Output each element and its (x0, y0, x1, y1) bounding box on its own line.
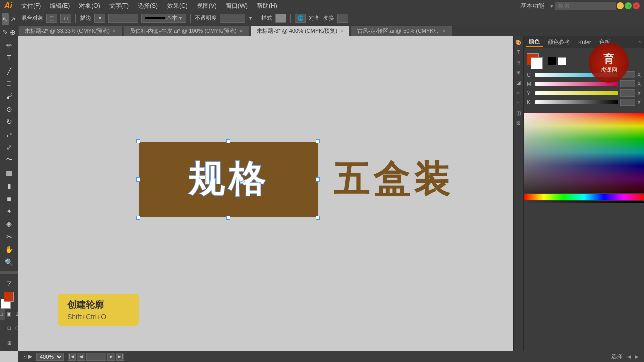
globe-icon[interactable]: 🌐 (295, 14, 306, 23)
bar-chart-tool[interactable]: ▮ (2, 179, 16, 191)
menu-help[interactable]: 帮助(H) (253, 1, 281, 11)
menu-effect[interactable]: 效果(C) (163, 1, 192, 11)
workspace-preset[interactable]: 基本功能 (516, 1, 548, 11)
selection-tool[interactable]: ↖ (2, 13, 9, 25)
graph-tool[interactable]: ▦ (2, 167, 16, 178)
library-icon[interactable]: ◫ (514, 109, 522, 117)
prev-arrow[interactable]: ◄ (626, 353, 632, 360)
panel-tab-color[interactable]: 颜色 (526, 37, 543, 47)
close-button[interactable]: × (633, 2, 640, 9)
gradient-tool[interactable]: ■ (2, 193, 16, 204)
align-icon[interactable]: ⊞ (514, 68, 522, 76)
spectrum-gradient[interactable] (524, 113, 644, 193)
stroke-icon[interactable]: ○ (514, 88, 522, 97)
stroke-value[interactable] (108, 14, 138, 23)
white-swatch[interactable] (558, 57, 566, 65)
opacity-bar[interactable] (524, 201, 644, 203)
pen-tool[interactable]: ✎ (2, 26, 9, 38)
gradient-mode-btn[interactable]: ⊘ (14, 308, 21, 320)
color-swatch-area[interactable] (2, 290, 16, 304)
line-tool[interactable]: ╱ (2, 65, 16, 76)
k-value[interactable] (620, 99, 635, 106)
hand-tool[interactable]: ✋ (2, 244, 16, 255)
rotate-tool[interactable]: ↻ (2, 116, 16, 127)
scissors-tool[interactable]: ✂ (2, 231, 16, 242)
pathfinder-icon[interactable]: ◪ (514, 78, 522, 86)
canvas-area[interactable]: 规格 五盒装 创建轮廓 Shift+Ctrl+O (18, 36, 523, 351)
style-swatch[interactable] (275, 14, 286, 23)
y-value[interactable] (620, 89, 635, 97)
rectangle-tool[interactable]: □ (2, 77, 16, 89)
tab-2[interactable]: 未标题-3* @ 400% (CMYK/预览) × (250, 26, 350, 36)
type-icon[interactable]: T (514, 48, 522, 56)
toolbar-divider-2 (190, 14, 191, 23)
stroke-mode-btn[interactable]: ▣ (6, 308, 13, 320)
menu-object[interactable]: 对象(O) (75, 1, 104, 11)
next-arrow[interactable]: ► (634, 353, 640, 360)
color-spectrum[interactable] (524, 113, 644, 203)
reflect-tool[interactable]: ⇄ (2, 129, 16, 140)
menu-select[interactable]: 选择(S) (134, 1, 162, 11)
image-icon[interactable]: ⊠ (514, 119, 522, 127)
stroke-weight-input[interactable]: ▾ (94, 14, 105, 23)
isolation-mode-btn[interactable]: ⊟ (14, 322, 21, 334)
menu-window[interactable]: 窗口(W) (222, 1, 252, 11)
zoom-tool[interactable]: 🔍 (2, 256, 16, 268)
menu-view[interactable]: 视图(V) (193, 1, 221, 11)
transform-tool[interactable]: ⊕ (9, 26, 16, 38)
color-icon[interactable]: 🎨 (514, 38, 522, 46)
debug-icon2[interactable]: ▶ (28, 353, 32, 360)
blend-tool[interactable]: ◈ (2, 218, 16, 230)
art-board-tool[interactable]: ⊞ (2, 337, 16, 349)
panel-menu-arrow[interactable]: » (639, 39, 642, 45)
transform-more[interactable]: ⋯ (337, 14, 348, 23)
tab-close-0[interactable]: × (113, 28, 116, 34)
black-swatch[interactable] (548, 57, 556, 65)
hue-bar[interactable] (524, 194, 644, 200)
scale-tool[interactable]: ⤢ (2, 141, 16, 153)
zoom-select[interactable]: 400% 200% 100% 50% (36, 353, 64, 361)
tab-1[interactable]: 员仁礼-内盒-牛皮.ai* @ 100% (CMYK/预览) × (123, 26, 250, 36)
tab-close-1[interactable]: × (240, 28, 243, 34)
warp-tool[interactable]: 〜 (2, 154, 16, 166)
pencil-tool[interactable]: ✏ (2, 39, 16, 51)
foreground-swatch[interactable] (4, 292, 14, 302)
paintbrush-tool[interactable]: 🖌 (2, 90, 16, 102)
k-slider[interactable] (535, 100, 618, 104)
y-slider[interactable] (535, 91, 618, 95)
nav-last[interactable]: ►| (116, 353, 124, 361)
nav-first[interactable]: |◄ (68, 353, 76, 361)
tab-0[interactable]: 未标题-2* @ 33.33% (CMYK/预览) × (18, 26, 122, 36)
artboard-input[interactable]: 1 (86, 353, 106, 361)
opacity-input[interactable]: 100% (220, 14, 245, 23)
selected-rectangle[interactable]: 规格 (139, 142, 317, 217)
nav-prev[interactable]: ◄ (77, 353, 85, 361)
tab-close-3[interactable]: × (443, 28, 446, 34)
tab-3[interactable]: 古风-定-转区.ai @ 50% (CMYK/... × (351, 26, 452, 36)
minimize-button[interactable]: − (617, 2, 624, 9)
behind-mode-btn[interactable]: ◫ (6, 322, 13, 334)
panel-tab-color-ref[interactable]: 颜色参考 (545, 37, 573, 47)
menu-text[interactable]: 文字(T) (105, 1, 133, 11)
search-input[interactable] (555, 2, 616, 10)
fill-mode-btn[interactable]: □ (0, 308, 5, 320)
layer-icon[interactable]: ≡ (514, 99, 522, 107)
nav-next[interactable]: ► (107, 353, 115, 361)
panel-bg-swatch[interactable] (531, 57, 543, 69)
blob-brush-tool[interactable]: ⊙ (2, 103, 16, 115)
artwork-container[interactable]: 规格 五盒装 (139, 142, 523, 217)
maximize-button[interactable]: □ (625, 2, 632, 9)
menu-file[interactable]: 文件(F) (17, 1, 45, 11)
toolbar-icon-1[interactable]: ⬚ (46, 14, 57, 23)
direct-selection-tool[interactable]: ↗ (9, 13, 16, 25)
tab-close-2[interactable]: × (340, 28, 343, 34)
right-rectangle[interactable]: 五盒装 (317, 142, 523, 217)
artboard-icon[interactable]: ⊡ (514, 58, 522, 66)
eyedropper-tool[interactable]: ✦ (2, 205, 16, 217)
type-tool[interactable]: T (2, 52, 16, 63)
debug-icon1[interactable]: ⊡ (22, 353, 27, 360)
question-tool[interactable]: ? (2, 277, 16, 289)
toolbar-icon-2[interactable]: ◻ (60, 14, 71, 23)
normal-mode-btn[interactable]: □ (0, 322, 5, 334)
menu-edit[interactable]: 编辑(E) (46, 1, 74, 11)
